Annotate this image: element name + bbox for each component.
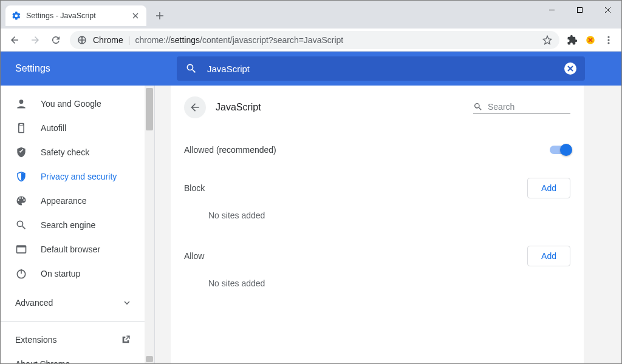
sidebar-item-label: Appearance xyxy=(41,196,87,206)
block-empty-text: No sites added xyxy=(184,198,570,224)
search-icon xyxy=(185,62,197,75)
settings-header: Settings JavaScript xyxy=(1,52,621,86)
extensions-puzzle-icon[interactable] xyxy=(563,31,581,49)
sidebar-advanced[interactable]: Advanced xyxy=(1,291,145,315)
omnibox-chrome-label: Chrome xyxy=(93,35,123,45)
maximize-button[interactable] xyxy=(566,1,593,19)
content-search-input[interactable]: Search xyxy=(473,102,570,113)
settings-sidebar: You and Google Autofill Safety check Pri… xyxy=(1,86,155,363)
browser-tab[interactable]: Settings - JavaScript xyxy=(5,5,146,26)
shield-check-icon xyxy=(15,146,27,158)
about-chrome-label: About Chrome xyxy=(15,359,70,363)
sidebar-item-label: On startup xyxy=(41,269,80,278)
person-icon xyxy=(15,98,27,110)
divider xyxy=(1,321,145,322)
new-tab-button[interactable] xyxy=(151,7,168,24)
browser-toolbar: Chrome | chrome://settings/content/javas… xyxy=(1,29,621,52)
settings-body: You and Google Autofill Safety check Pri… xyxy=(1,86,621,363)
chrome-menu-icon[interactable] xyxy=(600,31,618,49)
block-heading: Block xyxy=(184,183,205,193)
sidebar-item-label: Autofill xyxy=(41,123,66,133)
back-button[interactable] xyxy=(4,31,25,49)
minimize-button[interactable] xyxy=(538,1,566,19)
block-add-button[interactable]: Add xyxy=(527,178,570,198)
close-window-button[interactable] xyxy=(593,1,621,19)
settings-title: Settings xyxy=(15,63,50,74)
sidebar-item-label: Default browser xyxy=(41,244,100,254)
svg-point-5 xyxy=(607,42,609,44)
browser-window-icon xyxy=(15,243,27,255)
allowed-toggle-row: Allowed (recommended) xyxy=(184,135,570,164)
search-placeholder: Search xyxy=(488,102,514,112)
site-info-icon[interactable] xyxy=(77,35,87,45)
sidebar-item-appearance[interactable]: Appearance xyxy=(1,189,145,213)
extensions-label: Extensions xyxy=(15,335,56,345)
gear-icon xyxy=(12,11,21,21)
sidebar-item-search-engine[interactable]: Search engine xyxy=(1,213,145,237)
sidebar-item-default-browser[interactable]: Default browser xyxy=(1,237,145,261)
svg-point-3 xyxy=(607,36,609,38)
sidebar-about-chrome[interactable]: About Chrome xyxy=(1,352,145,363)
clipboard-icon xyxy=(15,122,27,134)
bookmark-star-icon[interactable] xyxy=(542,35,552,45)
sidebar-item-autofill[interactable]: Autofill xyxy=(1,116,145,140)
sidebar-item-privacy-security[interactable]: Privacy and security xyxy=(1,164,145,189)
tab-title: Settings - JavaScript xyxy=(26,12,96,20)
palette-icon xyxy=(15,195,27,207)
close-tab-icon[interactable] xyxy=(131,11,140,21)
sidebar-item-label: You and Google xyxy=(41,99,101,109)
allow-heading: Allow xyxy=(184,251,204,261)
sidebar-item-you-and-google[interactable]: You and Google xyxy=(1,92,145,116)
omnibox-url: chrome://settings/content/javascript?sea… xyxy=(135,35,343,45)
javascript-settings-card: JavaScript Search Allowed (recommended) … xyxy=(171,86,584,363)
allow-add-button[interactable]: Add xyxy=(527,246,570,266)
sidebar-extensions[interactable]: Extensions xyxy=(1,328,145,352)
settings-search-box[interactable]: JavaScript xyxy=(177,56,585,81)
advanced-label: Advanced xyxy=(15,298,53,308)
settings-search-value: JavaScript xyxy=(207,64,564,74)
search-icon xyxy=(15,219,27,231)
browser-window: Settings - JavaScript Chrome | chrome://… xyxy=(0,0,622,364)
allow-empty-text: No sites added xyxy=(184,266,570,292)
page-title: JavaScript xyxy=(216,102,261,113)
sidebar-item-label: Privacy and security xyxy=(41,172,117,181)
search-icon xyxy=(473,102,483,112)
reload-button[interactable] xyxy=(46,31,66,49)
svg-point-4 xyxy=(607,39,609,41)
sidebar-item-safety-check[interactable]: Safety check xyxy=(1,140,145,164)
block-section-header: Block Add xyxy=(184,178,570,198)
svg-rect-0 xyxy=(577,7,582,12)
svg-point-6 xyxy=(19,99,24,104)
window-controls xyxy=(538,1,621,19)
sidebar-item-label: Safety check xyxy=(41,147,89,157)
clear-search-icon[interactable] xyxy=(564,62,576,75)
scrollbar[interactable] xyxy=(145,86,154,363)
javascript-allowed-toggle[interactable] xyxy=(550,146,570,154)
allow-section-header: Allow Add xyxy=(184,246,570,266)
back-to-content-button[interactable] xyxy=(184,96,206,118)
address-bar[interactable]: Chrome | chrome://settings/content/javas… xyxy=(70,31,559,49)
power-icon xyxy=(15,268,27,280)
allowed-label: Allowed (recommended) xyxy=(184,145,276,155)
settings-content-area: JavaScript Search Allowed (recommended) … xyxy=(155,86,621,363)
forward-button[interactable] xyxy=(25,31,46,49)
shield-icon xyxy=(15,170,27,183)
sidebar-item-label: Search engine xyxy=(41,220,95,230)
sidebar-item-on-startup[interactable]: On startup xyxy=(1,261,145,286)
open-external-icon xyxy=(121,335,131,345)
tab-strip: Settings - JavaScript xyxy=(1,1,621,29)
chevron-down-icon xyxy=(123,299,131,306)
extension-icon[interactable] xyxy=(581,31,600,49)
